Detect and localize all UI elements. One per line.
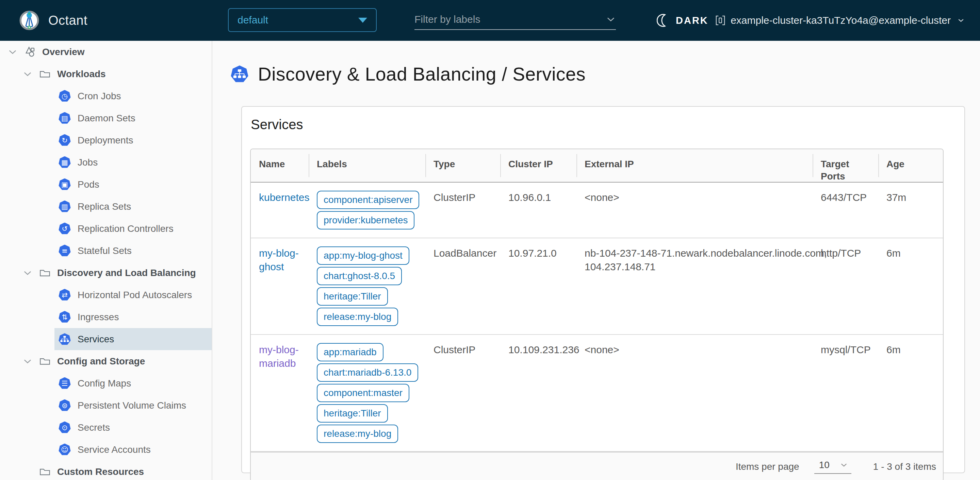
sidebar-item-label: Discovery and Load Balancing <box>57 268 196 279</box>
sidebar-item-stateful-sets[interactable]: ≡Stateful Sets <box>0 240 212 262</box>
deployments-icon: ↻ <box>59 134 71 147</box>
sidebar-item-jobs[interactable]: ▦Jobs <box>0 151 212 173</box>
sidebar-item-cron-jobs[interactable]: ◷Cron Jobs <box>0 85 212 107</box>
label-chip: chart:ghost-8.0.5 <box>317 267 402 285</box>
main-content: Discovery & Load Balancing / Services Se… <box>213 41 980 480</box>
card-title: Services <box>251 117 964 132</box>
chevron-down-icon <box>8 47 18 57</box>
sidebar-item-persistent-volume-claims[interactable]: ⊜Persistent Volume Claims <box>0 394 212 417</box>
service-link-kubernetes[interactable]: kubernetes <box>259 192 309 203</box>
cell-external-ip: <none> <box>576 335 813 451</box>
cluster-icon <box>715 15 726 26</box>
replicasets-icon: ▥ <box>59 201 71 213</box>
sidebar-item-config-maps[interactable]: ☰Config Maps <box>0 372 212 394</box>
pods-icon: ▣ <box>59 179 71 191</box>
cell-name: kubernetes <box>251 182 309 238</box>
service-link-my-blog-ghost[interactable]: my-blog-ghost <box>259 247 299 272</box>
sidebar-item-label: Custom Resources <box>57 466 144 477</box>
chevron-down-icon <box>606 14 616 24</box>
sidebar-item-horizontal-pod-autoscalers[interactable]: ⇄Horizontal Pod Autoscalers <box>0 284 212 306</box>
sidebar-item-label: Ingresses <box>78 312 119 323</box>
label-chip: release:my-blog <box>317 308 398 326</box>
sidebar-item-secrets[interactable]: ⊙Secrets <box>0 417 212 439</box>
label-chip: app:my-blog-ghost <box>317 246 409 265</box>
label-chips: app:mariadbchart:mariadb-6.13.0component… <box>317 343 418 443</box>
sidebar-item-pods[interactable]: ▣Pods <box>0 173 212 195</box>
sidebar-item-replica-sets[interactable]: ▥Replica Sets <box>0 195 212 217</box>
table-header-row: NameLabelsTypeCluster IPExternal IPTarge… <box>251 149 943 182</box>
external-ip-line: nb-104-237-148-71.newark.nodebalancer.li… <box>585 246 806 260</box>
sidebar-item-deployments[interactable]: ↻Deployments <box>0 129 212 151</box>
sidebar-item-workloads[interactable]: Workloads <box>0 63 212 85</box>
sidebar-item-label: Secrets <box>78 422 110 433</box>
table-row-kubernetes: kubernetescomponent:apiserverprovider:ku… <box>251 182 943 238</box>
sidebar-item-label: Config and Storage <box>57 356 145 367</box>
table-row-my-blog-mariadb: my-blog-mariadbapp:mariadbchart:mariadb-… <box>251 335 943 452</box>
sidebar-item-label: Persistent Volume Claims <box>78 400 186 411</box>
service-link-my-blog-mariadb[interactable]: my-blog-mariadb <box>259 344 299 369</box>
cronjobs-icon: ◷ <box>59 90 71 102</box>
label-filter-input[interactable]: Filter by labels <box>414 10 616 30</box>
sidebar-item-services[interactable]: Services <box>0 328 212 350</box>
sidebar-item-discovery-and-load-balancing[interactable]: Discovery and Load Balancing <box>0 262 212 284</box>
chevron-down-icon <box>22 69 33 79</box>
context-selector[interactable]: example-cluster-ka3TuTzYo4a@example-clus… <box>715 0 965 41</box>
column-header-name: Name <box>251 149 309 182</box>
sidebar-item-label: Service Accounts <box>78 444 151 455</box>
sidebar-item-label: Daemon Sets <box>78 113 135 124</box>
cell-type: LoadBalancer <box>425 238 500 334</box>
app-title: Octant <box>48 0 88 41</box>
namespace-dropdown[interactable]: default <box>228 8 377 32</box>
items-per-page-select[interactable]: 10 <box>814 459 851 474</box>
cell-type: ClusterIP <box>425 182 500 238</box>
external-ip-line: 104.237.148.71 <box>585 260 806 274</box>
label-chips: app:my-blog-ghostchart:ghost-8.0.5herita… <box>317 246 418 326</box>
configmaps-icon: ☰ <box>59 377 71 390</box>
label-chip: heritage:Tiller <box>317 287 388 306</box>
theme-toggle[interactable]: DARK <box>657 0 708 41</box>
cell-type: ClusterIP <box>425 335 500 451</box>
cell-age: 6m <box>878 238 943 334</box>
sidebar-item-custom-resources[interactable]: Custom Resources <box>0 461 212 480</box>
jobs-icon: ▦ <box>59 156 71 169</box>
sidebar-item-label: Cron Jobs <box>78 91 121 101</box>
chevron-down-icon <box>22 356 33 366</box>
cell-name: my-blog-ghost <box>251 238 309 334</box>
cell-labels: app:my-blog-ghostchart:ghost-8.0.5herita… <box>309 238 425 334</box>
table-row-my-blog-ghost: my-blog-ghostapp:my-blog-ghostchart:ghos… <box>251 238 943 335</box>
sidebar-item-label: Replica Sets <box>78 201 131 212</box>
folder-icon <box>39 266 51 279</box>
sidebar-item-label: Jobs <box>78 157 98 168</box>
cell-age: 6m <box>878 335 943 451</box>
column-header-target-ports: Target Ports <box>813 149 878 182</box>
statefulsets-icon: ≡ <box>59 245 71 257</box>
cell-target-ports: 6443/TCP <box>813 182 878 238</box>
sidebar-nav: Overview Workloads◷Cron Jobs▤Daemon Sets… <box>0 41 212 480</box>
sidebar-item-label: Workloads <box>57 69 106 79</box>
secrets-icon: ⊙ <box>59 421 71 434</box>
external-ip-line: <none> <box>585 191 806 204</box>
cell-labels: component:apiserverprovider:kubernetes <box>309 182 425 238</box>
column-header-external-ip: External IP <box>576 149 813 182</box>
sidebar-item-config-and-storage[interactable]: Config and Storage <box>0 350 212 372</box>
chevron-down-icon <box>840 461 848 469</box>
sidebar-item-ingresses[interactable]: ⇅Ingresses <box>0 306 212 328</box>
sidebar-item-label: Config Maps <box>78 378 131 389</box>
column-header-type: Type <box>425 149 500 182</box>
sidebar-item-label: Deployments <box>78 135 133 146</box>
theme-toggle-label: DARK <box>676 15 708 26</box>
services-icon <box>59 333 71 345</box>
chevron-down-icon <box>22 268 33 278</box>
column-header-cluster-ip: Cluster IP <box>500 149 576 182</box>
cell-external-ip: <none> <box>576 182 813 238</box>
cell-labels: app:mariadbchart:mariadb-6.13.0component… <box>309 335 425 451</box>
sidebar-item-replication-controllers[interactable]: ↺Replication Controllers <box>0 217 212 240</box>
ingresses-icon: ⇅ <box>59 311 71 323</box>
items-per-page-label: Items per page <box>736 461 799 472</box>
sidebar-item-service-accounts[interactable]: ☺Service Accounts <box>0 439 212 461</box>
cell-target-ports: mysql/TCP <box>813 335 878 451</box>
sidebar-item-daemon-sets[interactable]: ▤Daemon Sets <box>0 107 212 129</box>
sidebar-item-overview[interactable]: Overview <box>0 41 212 63</box>
app-header: Octant default Filter by labels DARK exa… <box>0 0 980 41</box>
replicationcontrollers-icon: ↺ <box>59 223 71 235</box>
